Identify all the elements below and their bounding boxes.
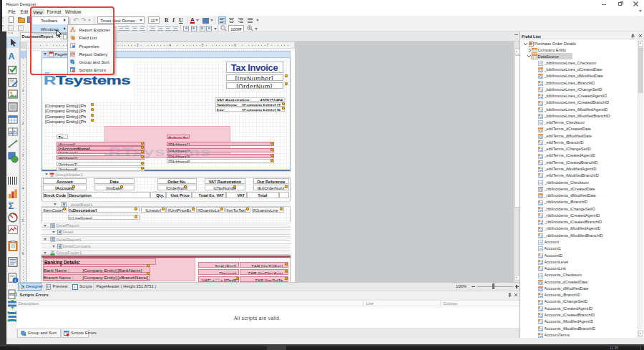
svg-text:12: 12 bbox=[539, 314, 543, 318]
svg-text:12: 12 bbox=[539, 221, 543, 225]
svg-text:01: 01 bbox=[539, 181, 542, 185]
svg-text:12: 12 bbox=[539, 148, 543, 152]
svg-text:12: 12 bbox=[539, 162, 543, 165]
svg-text:12: 12 bbox=[539, 308, 543, 311]
svg-text:12: 12 bbox=[539, 255, 543, 258]
svg-text:12: 12 bbox=[539, 294, 543, 298]
svg-text:12: 12 bbox=[539, 201, 543, 205]
svg-text:01: 01 bbox=[539, 62, 542, 65]
svg-text:12: 12 bbox=[539, 261, 543, 265]
svg-text:12: 12 bbox=[539, 215, 543, 218]
svg-text:ab: ab bbox=[539, 241, 542, 245]
svg-text:12: 12 bbox=[539, 268, 543, 271]
svg-text:b: b bbox=[14, 129, 17, 135]
svg-text:12: 12 bbox=[539, 301, 543, 304]
svg-text:12: 12 bbox=[539, 155, 543, 158]
svg-text:01: 01 bbox=[539, 274, 542, 278]
svg-text:12: 12 bbox=[539, 109, 543, 112]
svg-text:12: 12 bbox=[539, 142, 543, 145]
svg-text:s·: s· bbox=[74, 285, 77, 289]
svg-text:12: 12 bbox=[539, 334, 543, 338]
svg-text:12: 12 bbox=[539, 321, 543, 324]
svg-text:12: 12 bbox=[539, 168, 543, 172]
svg-text:12: 12 bbox=[539, 115, 543, 119]
svg-text:12: 12 bbox=[539, 102, 543, 105]
svg-text:12: 12 bbox=[539, 228, 543, 231]
svg-text:12: 12 bbox=[539, 208, 543, 212]
svg-text:12: 12 bbox=[539, 175, 543, 178]
svg-text:01: 01 bbox=[539, 122, 542, 125]
svg-text:12: 12 bbox=[539, 327, 543, 331]
svg-text:ab: ab bbox=[539, 248, 542, 251]
svg-text:12: 12 bbox=[539, 89, 543, 92]
svg-text:12: 12 bbox=[539, 95, 543, 99]
svg-text:12: 12 bbox=[539, 235, 543, 238]
svg-text:12: 12 bbox=[539, 82, 543, 86]
svg-text:i: i bbox=[14, 278, 16, 283]
svg-text:a: a bbox=[9, 129, 13, 135]
